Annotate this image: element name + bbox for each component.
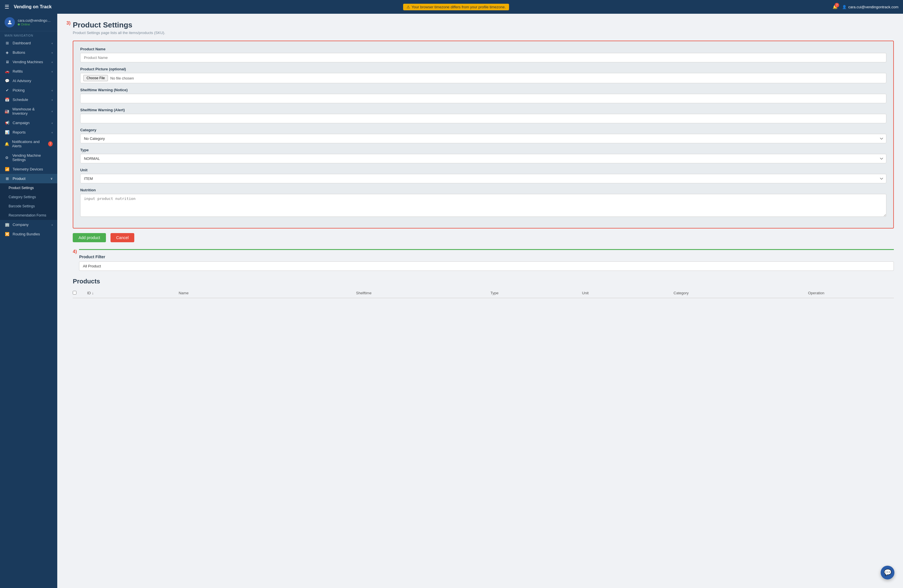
page-title: Product Settings [73,20,894,30]
sidebar-item-product-settings[interactable]: Product Settings [0,183,57,193]
nutrition-group: Nutrition [80,188,886,218]
picking-icon: ✔ [5,88,10,93]
chevron-icon: ‹ [52,89,53,92]
shelftime-notice-group: Shelftime Warning (Notice) [80,88,886,103]
user-info: cara.cui@vendingontrack. Online [18,19,52,26]
chevron-icon: ‹ [52,121,53,125]
category-select[interactable]: No Category [80,134,886,143]
product-filter-select[interactable]: All Product [79,262,894,271]
sidebar-item-label: Company [13,223,28,227]
add-product-button[interactable]: Add product [73,233,106,242]
nutrition-textarea[interactable] [80,194,886,217]
sidebar-item-reports[interactable]: 📊 Reports ‹ [0,127,57,137]
sidebar-user: cara.cui@vendingontrack. Online [0,14,57,31]
sidebar-item-warehouse[interactable]: 🏭 Warehouse & Inventory ‹ [0,104,57,118]
chevron-icon: ‹ [52,60,53,64]
svg-point-0 [9,20,11,22]
sidebar-item-vending-settings[interactable]: ⚙ Vending Machine Settings [0,151,57,165]
sidebar-item-label: Buttons [13,50,25,55]
bell-button[interactable]: 🔔 7 [832,5,837,9]
layout: cara.cui@vendingontrack. Online MAIN NAV… [0,14,903,588]
col-operation: Operation [808,291,894,295]
bell-badge: 7 [835,3,839,8]
sidebar-item-label: Warehouse & Inventory [12,107,49,116]
sidebar-item-dashboard[interactable]: ⊞ Dashboard ‹ [0,38,57,48]
user-icon: 👤 [842,5,846,9]
col-name: Name [179,291,351,295]
warning-text: Your browser timezone differs from your … [412,5,506,9]
file-input-wrapper: Choose File No file chosen [80,73,886,83]
unit-label: Unit [80,168,886,172]
chat-fab[interactable]: 💬 [881,566,894,579]
warehouse-icon: 🏭 [5,109,9,113]
user-menu[interactable]: 👤 cara.cui@vendingontrack.com [842,5,898,9]
sidebar-item-recommendation-forms[interactable]: Recommendation Forms [0,211,57,220]
table-header: ID ↓ Name Shelftime Type Unit Category O… [73,289,894,298]
sidebar-item-refills[interactable]: 🚗 Refills ‹ [0,67,57,76]
sidebar-item-ai-advisory[interactable]: 💬 AI Advisory [0,76,57,86]
sidebar-item-label: Reports [13,130,26,135]
company-icon: 🏢 [5,223,10,227]
barcode-settings-label: Barcode Settings [9,204,35,208]
shelftime-alert-input[interactable] [80,114,886,123]
sidebar-item-category-settings[interactable]: Category Settings [0,193,57,202]
sidebar-item-label: AI Advisory [13,78,31,83]
nutrition-label: Nutrition [80,188,886,192]
col-category: Category [674,291,802,295]
telemetry-icon: 📶 [5,167,10,171]
buttons-icon: ◈ [5,50,10,55]
sidebar-username: cara.cui@vendingontrack. [18,19,52,23]
col-id[interactable]: ID ↓ [87,291,173,295]
product-submenu: Product Settings Category Settings Barco… [0,183,57,220]
product-picture-label: Product Picture (optional) [80,67,886,71]
category-label: Category [80,128,886,132]
unit-select[interactable]: ITEM [80,174,886,183]
sidebar-item-vending-machines[interactable]: 🖥 Vending Machines ‹ [0,57,57,67]
sidebar-item-label: Picking [13,88,25,93]
topnav-right: 🔔 7 👤 cara.cui@vendingontrack.com [677,5,899,9]
topnav: ☰ Vending on Track ⚠ Your browser timezo… [0,0,903,14]
notifications-icon: 🔔 [5,142,9,146]
shelftime-notice-input[interactable] [80,94,886,103]
type-select[interactable]: NORMAL [80,154,886,163]
product-name-input[interactable] [80,53,886,62]
sidebar-item-company[interactable]: 🏢 Company ‹ [0,220,57,229]
sidebar-item-notifications[interactable]: 🔔 Notifications and Alerts 7 [0,137,57,151]
sidebar-status: Online [18,23,52,26]
routing-icon: 🔀 [5,232,10,236]
category-group: Category No Category [80,128,886,143]
sidebar-item-telemetry[interactable]: 📶 Telemetry Devices [0,165,57,174]
sidebar-item-label: Vending Machines [13,60,43,64]
sidebar-item-label: Notifications and Alerts [12,140,45,148]
sidebar-item-barcode-settings[interactable]: Barcode Settings [0,202,57,211]
sidebar-item-routing[interactable]: 🔀 Routing Bundles [0,229,57,239]
warning-icon: ⚠ [407,5,410,9]
select-all-checkbox[interactable] [73,291,76,295]
product-form-card: Product Name Product Picture (optional) … [73,41,894,229]
sidebar-item-picking[interactable]: ✔ Picking ‹ [0,86,57,95]
product-name-label: Product Name [80,47,886,51]
notifications-badge: 7 [48,141,53,146]
sidebar-section-label: MAIN NAVIGATION [0,31,57,38]
cancel-button[interactable]: Cancel [110,233,135,242]
filter-section: Product Filter All Product [79,249,894,271]
col-check [73,291,81,295]
avatar [5,17,15,27]
choose-file-button[interactable]: Choose File [83,75,108,81]
sidebar-item-buttons[interactable]: ◈ Buttons ‹ [0,48,57,57]
sidebar-item-label: Refills [13,69,23,74]
sidebar-item-label: Routing Bundles [13,232,40,236]
page-subtitle: Product Settings page lists all the item… [73,31,894,35]
sidebar-item-campaign[interactable]: 📢 Campaign ‹ [0,118,57,127]
product-settings-label: Product Settings [9,186,34,190]
menu-icon[interactable]: ☰ [5,4,9,10]
user-email: cara.cui@vendingontrack.com [848,5,898,9]
col-unit: Unit [582,291,668,295]
recommendation-forms-label: Recommendation Forms [9,213,46,217]
reports-icon: 📊 [5,130,10,135]
chevron-down-icon: ∨ [50,177,53,180]
sidebar-item-product[interactable]: ⊞ Product ∨ [0,174,57,183]
col-shelftime: Shelftime [356,291,485,295]
schedule-icon: 📅 [5,97,10,102]
sidebar-item-schedule[interactable]: 📅 Schedule ‹ [0,95,57,104]
